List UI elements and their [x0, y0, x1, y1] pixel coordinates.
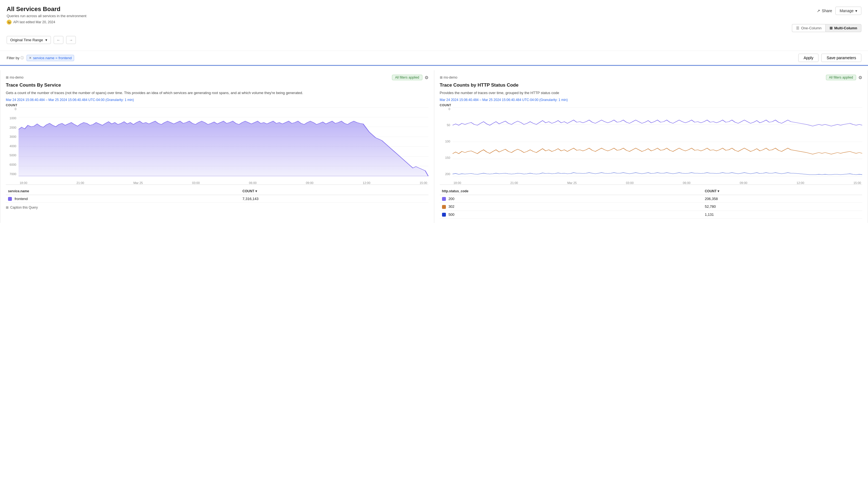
share-button[interactable]: ↗ Share: [817, 8, 832, 13]
x-label: Mar 25: [133, 181, 143, 185]
y-label: 7000: [6, 172, 17, 176]
time-range-label: Original Time Range: [10, 38, 43, 42]
left-table-col2[interactable]: COUNT ▾: [240, 188, 429, 195]
one-column-icon: ☰: [796, 26, 799, 30]
y-label: 1000: [6, 116, 17, 120]
y-label: 0: [6, 107, 17, 111]
x-label: 12:00: [363, 181, 370, 185]
caption-label: Caption this Query: [10, 206, 38, 210]
x-label: 15:00: [853, 181, 861, 185]
x-label: 06:00: [683, 181, 691, 185]
left-table-col1: service.name: [6, 188, 240, 195]
count-value: 206,358: [702, 195, 862, 203]
y-label: 2000: [6, 126, 17, 129]
filter-label: Filter by ⓘ: [7, 56, 24, 60]
apply-button[interactable]: Apply: [798, 54, 819, 62]
grid-icon: ⊞: [6, 76, 8, 79]
left-all-filters-badge: All filters applied: [392, 75, 422, 80]
share-icon: ↗: [817, 8, 820, 13]
filter-chips: × service.name = frontend: [26, 55, 796, 61]
y-label: 3000: [6, 135, 17, 138]
left-panel-description: Gets a count of the number of traces (no…: [6, 90, 429, 96]
status-code-302: 302: [448, 205, 454, 209]
one-column-button[interactable]: ☰ One-Column: [792, 24, 825, 32]
status-code-500: 500: [448, 213, 454, 217]
right-panel-source: ⊞ ms-demo: [440, 76, 457, 79]
left-panel-settings-button[interactable]: ⚙: [425, 75, 429, 80]
x-label: 15:00: [420, 181, 427, 185]
right-table-col2[interactable]: COUNT ▾: [702, 188, 862, 195]
right-x-labels: 18:00 21:00 Mar 25 03:00 06:00 09:00 12:…: [453, 181, 863, 185]
save-parameters-button[interactable]: Save parameters: [821, 54, 861, 62]
color-swatch: [442, 205, 446, 209]
y-label: 150: [440, 156, 451, 159]
x-label: 09:00: [740, 181, 747, 185]
multi-column-label: Multi-Column: [834, 26, 857, 30]
one-column-label: One-Column: [801, 26, 822, 30]
right-chart: 200 150 100 50 0: [440, 107, 863, 185]
right-panel-settings-button[interactable]: ⚙: [858, 75, 862, 80]
y-label: 50: [440, 123, 451, 127]
left-x-labels: 18:00 21:00 Mar 25 03:00 06:00 09:00 12:…: [19, 181, 429, 185]
panels-container: ⊞ ms-demo All filters applied ⚙ Trace Co…: [0, 65, 868, 223]
filter-info-icon: ⓘ: [20, 56, 24, 60]
count-value: 7,316,143: [240, 195, 429, 203]
table-row: frontend 7,316,143: [6, 195, 429, 203]
right-panel-time-range[interactable]: Mar 24 2024 15:06:40.484 – Mar 25 2024 1…: [440, 98, 863, 102]
table-row: 500 1,131: [440, 211, 863, 218]
y-label: 0: [440, 107, 451, 111]
multi-column-icon: ⊞: [829, 26, 832, 30]
chevron-down-icon: ▾: [45, 38, 47, 42]
color-swatch: [442, 197, 446, 201]
left-panel: ⊞ ms-demo All filters applied ⚙ Trace Co…: [0, 70, 434, 223]
y-label: 100: [440, 140, 451, 143]
multi-column-button[interactable]: ⊞ Multi-Column: [825, 24, 861, 32]
x-label: 12:00: [797, 181, 804, 185]
left-panel-source: ⊞ ms-demo: [6, 76, 23, 79]
right-table-col1: http.status_code: [440, 188, 702, 195]
left-panel-time-range[interactable]: Mar 24 2024 15:06:40.484 – Mar 25 2024 1…: [6, 98, 429, 102]
x-label: 09:00: [306, 181, 314, 185]
status-code-200: 200: [448, 197, 454, 201]
x-label: 03:00: [626, 181, 634, 185]
caption-icon: ⊞: [6, 206, 8, 210]
nav-forward-button[interactable]: →: [66, 36, 76, 44]
y-label: 4000: [6, 145, 17, 148]
x-label: 21:00: [77, 181, 84, 185]
count-value: 1,131: [702, 211, 862, 218]
left-data-table: service.name COUNT ▾ frontend 7,316,143: [6, 188, 429, 203]
service-name: frontend: [15, 197, 28, 201]
nav-back-button[interactable]: ←: [54, 36, 63, 44]
left-chart-svg: [19, 107, 429, 176]
color-swatch: [8, 197, 12, 201]
right-count-label: COUNT: [440, 104, 863, 107]
filter-chip-remove-button[interactable]: ×: [29, 56, 31, 60]
caption-query-button[interactable]: ⊞ Caption this Query: [6, 206, 38, 210]
filter-chip-value: service.name = frontend: [33, 56, 72, 60]
chevron-down-icon: ▾: [855, 8, 857, 13]
page-subtitle: Queries run across all services in the e…: [7, 14, 86, 18]
filter-chip: × service.name = frontend: [26, 55, 74, 61]
api-icon: 🐝: [7, 20, 12, 25]
share-label: Share: [822, 8, 832, 13]
table-row: 302 52,780: [440, 203, 863, 211]
y-label: 200: [440, 172, 451, 176]
api-edited-label: API last edited Mar 20, 2024: [13, 20, 55, 24]
right-panel-title: Trace Counts by HTTP Status Code: [440, 82, 863, 88]
x-label: Mar 25: [567, 181, 577, 185]
left-y-labels: 7000 6000 5000 4000 3000 2000 1000 0: [6, 107, 17, 176]
x-label: 06:00: [249, 181, 257, 185]
y-label: 6000: [6, 163, 17, 166]
right-panel: ⊞ ms-demo All filters applied ⚙ Trace Co…: [434, 70, 868, 223]
right-chart-svg: [453, 107, 863, 176]
color-swatch: [442, 213, 446, 217]
x-label: 03:00: [192, 181, 200, 185]
manage-button[interactable]: Manage ▾: [836, 7, 861, 15]
left-count-label: COUNT: [6, 104, 429, 107]
right-panel-description: Provides the number of traces over time,…: [440, 90, 863, 96]
time-range-select[interactable]: Original Time Range ▾: [7, 36, 51, 44]
filter-bar: Filter by ⓘ × service.name = frontend Ap…: [0, 51, 868, 65]
x-label: 21:00: [511, 181, 518, 185]
right-all-filters-badge: All filters applied: [826, 75, 856, 80]
page-title: All Services Board: [7, 5, 86, 13]
